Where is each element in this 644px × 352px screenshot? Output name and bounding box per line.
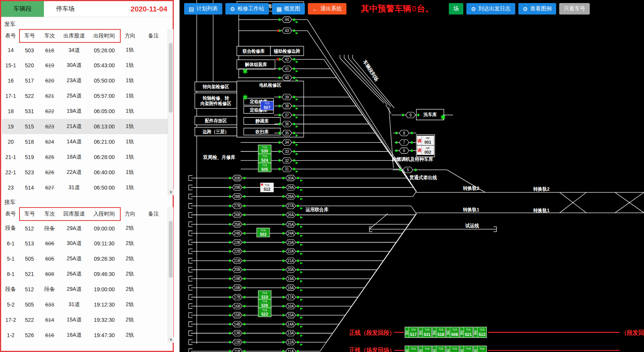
- signal-dot: [293, 105, 295, 107]
- cell: 1轨: [120, 42, 139, 58]
- train-type: TC6: [411, 347, 416, 350]
- signal-dot: [243, 305, 246, 307]
- column-header: 车号: [19, 208, 39, 221]
- table-row[interactable]: 2051862414A道06:21:001轨: [2, 134, 168, 149]
- table-row[interactable]: 1951562321A道06:13:001轨: [2, 119, 168, 134]
- tab-parking[interactable]: 停车场: [44, 1, 87, 17]
- departure-section: 发车 表号车号车次出库股道出段时间方向备注1450361834道05:26:00…: [1, 17, 173, 195]
- scrollbar-thumb[interactable]: [169, 221, 173, 278]
- signal-dot: [243, 241, 246, 243]
- cell: 17-2: [2, 312, 19, 328]
- cell: 2轨: [120, 251, 139, 266]
- tab-depot[interactable]: 车辆段: [1, 1, 44, 17]
- building-label: 电机检修区: [259, 83, 282, 88]
- cell: 1轨: [120, 58, 139, 73]
- overview-icon: ▦: [277, 6, 282, 12]
- cell: 20: [2, 134, 19, 149]
- signal-dot: [293, 159, 295, 162]
- track-number: 34: [285, 140, 289, 144]
- track-number: 14B: [234, 322, 241, 326]
- table-row[interactable]: 5-250563331道19:12:302轨: [2, 297, 168, 312]
- building-label: 洗车库: [423, 112, 437, 117]
- track-number: 21A: [288, 259, 294, 263]
- table-row[interactable]: 5-150560525A道09:26:302轨: [2, 251, 168, 266]
- cell: 30A道: [60, 58, 88, 73]
- signal-dot: [229, 186, 231, 188]
- table-row[interactable]: 1450361834道05:26:001轨: [2, 42, 168, 58]
- train-type: TC6: [265, 184, 270, 187]
- schedule-panel: 车辆段 停车场 2020-11-04 发车 表号车号车次出库股道出段时间方向备注…: [0, 0, 174, 352]
- cell: 5-1: [2, 251, 19, 266]
- cell: [139, 104, 168, 119]
- building-label: 轮轴检修、转: [202, 95, 229, 101]
- cell: [139, 58, 168, 73]
- cell: 21-1: [2, 149, 19, 165]
- scroll-down-icon[interactable]: ▼: [168, 337, 174, 343]
- track-number: 44: [285, 18, 289, 22]
- diagram-label: 双周检、月修库: [203, 154, 235, 160]
- signal-dot: [395, 141, 398, 143]
- signal-dot: [297, 314, 299, 316]
- cell: 518: [19, 134, 39, 149]
- cell: 633: [39, 297, 60, 312]
- track-number: 24A: [288, 231, 294, 235]
- cell: 段备: [2, 282, 19, 297]
- train-type: TC6: [466, 328, 471, 331]
- cell: 31道: [60, 180, 88, 195]
- signal-dot: [411, 132, 413, 134]
- exit-system-button[interactable]: ←退出系统: [308, 3, 346, 15]
- track-number: 15A: [288, 313, 294, 317]
- signal-dot: [282, 260, 285, 262]
- train-type: TC6: [411, 328, 416, 331]
- signal-dot: [277, 58, 279, 60]
- signal-dot: [229, 305, 231, 307]
- table-row[interactable]: 17-252261415A道19:32:302轨: [2, 312, 168, 328]
- track-number: 39: [285, 95, 289, 99]
- signal-dot: [297, 305, 299, 307]
- table-row[interactable]: 17-152262125A道05:57:001轨: [2, 88, 168, 104]
- table-row[interactable]: 6-151360630A道09:11:302轨: [2, 236, 168, 251]
- cell: 2轨: [120, 221, 139, 236]
- cell: 2轨: [120, 282, 139, 297]
- scroll-down-icon[interactable]: ▼: [168, 189, 174, 195]
- train-type: TC6: [262, 292, 267, 294]
- table-row[interactable]: 段备512段备29A道19:00:002轨: [2, 282, 168, 297]
- yard-button[interactable]: 场: [449, 3, 463, 15]
- cell: [139, 236, 168, 251]
- table-row[interactable]: 段备512段备29A道09:00:002轨: [2, 221, 168, 236]
- arrival-scrollbar[interactable]: ▼: [168, 207, 173, 343]
- track-number: 25B: [234, 222, 241, 226]
- only-car-number-button[interactable]: 只看车号: [559, 3, 590, 15]
- table-row[interactable]: 15-152061930A道05:43:001轨: [2, 58, 168, 73]
- track-number: 18A: [288, 285, 294, 290]
- train-type: TC6: [262, 300, 267, 303]
- column-header: 回库股道: [60, 208, 88, 221]
- signal-dot: [243, 314, 246, 316]
- signal-dot: [243, 204, 246, 207]
- cell: 09:46:30: [88, 266, 120, 282]
- table-row[interactable]: 22-152362622A道06:40:001轨: [2, 165, 168, 180]
- column-header: 方向: [120, 208, 139, 221]
- track-number: 9: [409, 113, 411, 117]
- arrival-departure-log-button[interactable]: ⚙到达出发日志: [466, 3, 515, 15]
- train-prefix: 正: [474, 331, 477, 335]
- signal-dot: [282, 314, 285, 316]
- signal-dot: [297, 204, 299, 207]
- table-row[interactable]: 1651762023A道05:50:001轨: [2, 73, 168, 88]
- signal-dot: [293, 114, 295, 116]
- table-row[interactable]: 8-152160826A道09:46:302轨: [2, 266, 168, 282]
- table-row[interactable]: 1853162219A道06:05:001轨: [2, 104, 168, 119]
- view-legend-button[interactable]: ⚙查看图例: [518, 3, 556, 15]
- overview-button[interactable]: ▦概览图: [272, 3, 305, 15]
- table-row[interactable]: 1-252661616A道19:47:302轨: [2, 328, 168, 343]
- warning-prefix: 其中预警车辆: [361, 4, 411, 13]
- table-row[interactable]: 2351462731道06:50:001轨: [2, 180, 168, 195]
- button-label: 只看车号: [564, 5, 585, 12]
- scrollbar-thumb[interactable]: [169, 43, 173, 113]
- table-row[interactable]: 21-151962518A道06:28:001轨: [2, 149, 168, 165]
- maintenance-workstation-button[interactable]: ⚙检修工作站: [225, 3, 269, 15]
- train-prefix: 正: [419, 350, 422, 352]
- departure-scrollbar[interactable]: ▼: [168, 29, 173, 195]
- plan-list-button[interactable]: ▤计划列表: [184, 3, 222, 15]
- signal-dot: [278, 68, 281, 70]
